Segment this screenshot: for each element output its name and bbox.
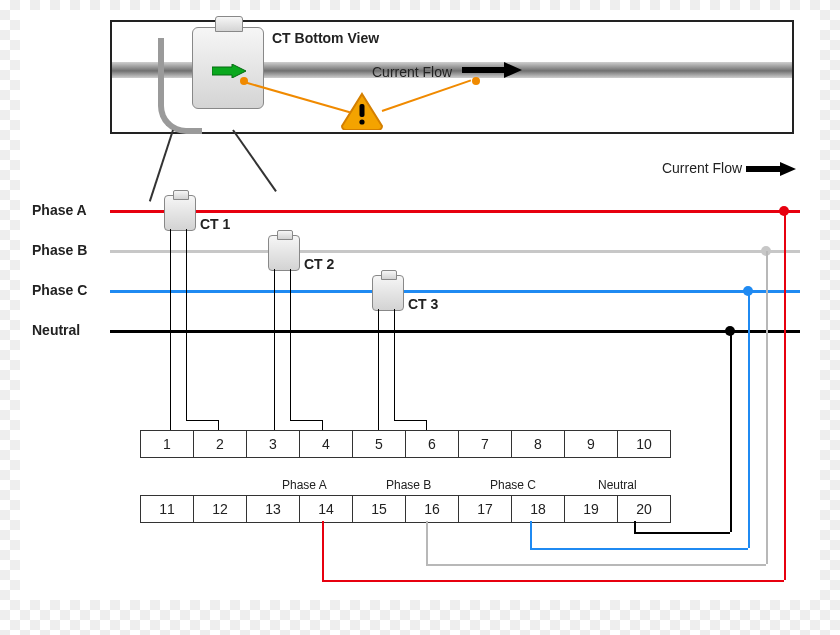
voltage-wire-b xyxy=(766,251,768,564)
terminal-cell: 12 xyxy=(194,495,247,523)
detail-flow-label: Current Flow xyxy=(372,64,452,80)
legend-flow: Current Flow xyxy=(662,160,796,176)
terminal-cell: 18 xyxy=(512,495,565,523)
terminal-cell: 14 xyxy=(300,495,353,523)
terminal-cell: 6 xyxy=(406,430,459,458)
voltage-wire-c xyxy=(748,291,750,548)
voltage-wire-n xyxy=(634,532,730,534)
voltage-wire-a xyxy=(784,211,786,580)
ct-3 xyxy=(372,275,404,311)
diagram-canvas: CT Bottom View Current Flow Current Flow xyxy=(20,10,820,600)
ct-2-lead xyxy=(322,420,323,430)
terminal-cell: 9 xyxy=(565,430,618,458)
phase-a-label: Phase A xyxy=(32,202,87,218)
terminal-label-phase-b: Phase B xyxy=(386,478,431,492)
ct-1-lead xyxy=(218,420,219,430)
ct-2-lead xyxy=(290,420,322,421)
terminal-cell: 17 xyxy=(459,495,512,523)
terminal-cell: 8 xyxy=(512,430,565,458)
phase-c-label: Phase C xyxy=(32,282,87,298)
ct-3-lead xyxy=(394,420,426,421)
terminal-label-phase-c: Phase C xyxy=(490,478,536,492)
voltage-wire-b xyxy=(426,521,428,564)
terminal-label-phase-a: Phase A xyxy=(282,478,327,492)
detail-pointer-line xyxy=(382,79,472,111)
orientation-warning-icon xyxy=(340,92,384,130)
terminal-cell: 13 xyxy=(247,495,300,523)
terminal-cell: 1 xyxy=(140,430,194,458)
legend-flow-label: Current Flow xyxy=(662,160,742,176)
detail-flow-arrow-icon xyxy=(462,62,522,78)
ct-orientation-arrow-icon xyxy=(212,64,246,78)
voltage-wire-a xyxy=(322,580,784,582)
phase-b-conductor: Phase B xyxy=(110,250,800,253)
terminal-cell: 11 xyxy=(140,495,194,523)
voltage-wire-n xyxy=(634,521,636,532)
voltage-wire-c xyxy=(530,521,532,548)
terminal-cell: 4 xyxy=(300,430,353,458)
ct-3-label: CT 3 xyxy=(408,296,438,312)
ct-2-lead xyxy=(274,269,275,430)
callout-line xyxy=(149,130,174,202)
detail-title: CT Bottom View xyxy=(272,30,379,46)
ct-2 xyxy=(268,235,300,271)
terminal-cell: 7 xyxy=(459,430,512,458)
neutral-conductor: Neutral xyxy=(110,330,800,333)
svg-point-1 xyxy=(359,119,364,124)
ct-1-lead xyxy=(170,229,171,430)
terminal-label-neutral: Neutral xyxy=(598,478,637,492)
terminal-cell: 10 xyxy=(618,430,671,458)
svg-rect-0 xyxy=(360,104,365,117)
ct-2-lead xyxy=(290,269,291,420)
phase-b-label: Phase B xyxy=(32,242,87,258)
ct-3-lead xyxy=(394,309,395,420)
terminal-row-bottom: 11121314151617181920 xyxy=(140,495,671,523)
neutral-label: Neutral xyxy=(32,322,80,338)
flow-arrow-icon xyxy=(746,160,796,176)
voltage-wire-c xyxy=(530,548,748,550)
voltage-wire-a xyxy=(322,521,324,580)
terminal-cell: 19 xyxy=(565,495,618,523)
ct-3-lead xyxy=(426,420,427,430)
ct-3-lead xyxy=(378,309,379,430)
terminal-cell: 15 xyxy=(353,495,406,523)
voltage-wire-b xyxy=(426,564,766,566)
ct-2-label: CT 2 xyxy=(304,256,334,272)
ct-1 xyxy=(164,195,196,231)
ct-1-label: CT 1 xyxy=(200,216,230,232)
detail-anchor-dot xyxy=(472,77,480,85)
terminal-cell: 5 xyxy=(353,430,406,458)
phase-c-conductor: Phase C xyxy=(110,290,800,293)
terminal-cell: 2 xyxy=(194,430,247,458)
ct-1-lead xyxy=(186,229,187,420)
callout-line xyxy=(232,129,277,192)
ct-detail-panel: CT Bottom View Current Flow xyxy=(110,20,794,134)
ct-1-lead xyxy=(186,420,218,421)
terminal-cell: 3 xyxy=(247,430,300,458)
voltage-wire-n xyxy=(730,331,732,532)
phase-a-conductor: Phase A xyxy=(110,210,800,213)
terminal-cell: 20 xyxy=(618,495,671,523)
terminal-cell: 16 xyxy=(406,495,459,523)
terminal-row-top: 12345678910 xyxy=(140,430,671,458)
